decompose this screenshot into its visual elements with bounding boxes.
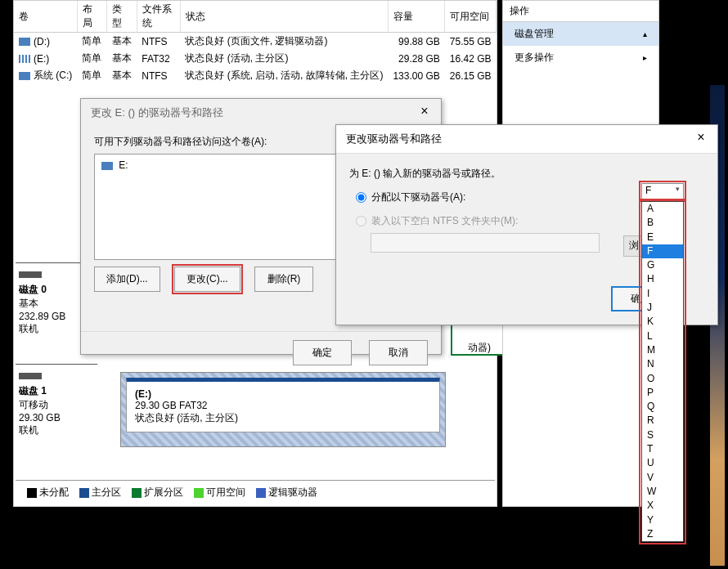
drive-icon	[19, 38, 30, 46]
legend-logical-icon	[256, 488, 266, 498]
dropdown-option[interactable]: S	[642, 428, 683, 442]
disk-1-state: 联机	[19, 424, 38, 436]
dropdown-option[interactable]: U	[642, 456, 683, 470]
volumes-table[interactable]: 卷 布局 类型 文件系统 状态 容量 可用空间 (D:)简单基本NTFS状态良好…	[14, 1, 497, 84]
col-layout[interactable]: 布局	[77, 1, 106, 33]
dropdown-option[interactable]: Y	[642, 513, 683, 527]
dropdown-option[interactable]: X	[642, 499, 683, 513]
dropdown-option[interactable]: F	[642, 244, 683, 258]
dialog-title: 更改驱动器号和路径	[336, 125, 717, 154]
legend-primary-icon	[79, 488, 89, 498]
table-row[interactable]: (D:)简单基本NTFS状态良好 (页面文件, 逻辑驱动器)99.88 GB75…	[14, 33, 497, 51]
legend-extended-icon	[132, 488, 142, 498]
submenu-arrow-icon: ▸	[643, 53, 647, 62]
dialog-title: 更改 E: () 的驱动器号和路径	[81, 99, 441, 127]
partition-e[interactable]: (E:) 29.30 GB FAT32 状态良好 (活动, 主分区)	[120, 372, 446, 447]
col-fs[interactable]: 文件系统	[137, 1, 180, 33]
action-more[interactable]: 更多操作 ▸	[503, 46, 658, 69]
drive-icon	[19, 72, 30, 80]
legend: 未分配 主分区 扩展分区 可用空间 逻辑驱动器	[16, 480, 495, 504]
disk-1-title: 磁盘 1	[19, 385, 47, 397]
action-disk-management[interactable]: 磁盘管理 ▴	[503, 22, 658, 46]
dropdown-option[interactable]: I	[642, 287, 683, 301]
disk-0-size: 232.89 GB	[19, 311, 65, 322]
disk-icon	[19, 271, 42, 278]
drive-letter-dropdown[interactable]: ABEFGHIJKLMNOPQRSTUVWXYZ	[641, 201, 684, 542]
dropdown-option[interactable]: N	[642, 357, 683, 371]
partition-e-size: 29.30 GB FAT32	[135, 400, 208, 411]
actions-header: 操作	[503, 1, 658, 22]
dropdown-option[interactable]: V	[642, 471, 683, 485]
drive-icon	[101, 162, 113, 170]
disk-0-title: 磁盘 0	[19, 284, 47, 295]
drive-icon	[19, 55, 30, 63]
dropdown-option[interactable]: H	[642, 272, 683, 286]
legend-unallocated-icon	[27, 488, 37, 498]
disk-1-type: 可移动	[19, 399, 48, 410]
remove-button[interactable]: 删除(R)	[254, 267, 313, 292]
disk-0-state: 联机	[19, 323, 38, 334]
folder-path-input	[371, 233, 600, 253]
dropdown-option[interactable]: L	[642, 329, 683, 343]
drive-letter-combo[interactable]: F ▾	[641, 183, 684, 199]
dialog-prompt: 为 E: () 输入新的驱动器号或路径。	[349, 162, 704, 186]
dropdown-option[interactable]: E	[642, 231, 683, 244]
table-row[interactable]: (E:)简单基本FAT32状态良好 (活动, 主分区)29.28 GB16.42…	[14, 50, 497, 67]
col-capacity[interactable]: 容量	[388, 1, 444, 33]
collapse-arrow-icon: ▴	[643, 29, 647, 38]
disk-0-type: 基本	[19, 298, 38, 309]
dropdown-option[interactable]: Q	[642, 400, 683, 414]
dropdown-option[interactable]: A	[642, 202, 683, 216]
dropdown-option[interactable]: P	[642, 386, 683, 400]
table-row[interactable]: 系统 (C:)简单基本NTFS状态良好 (系统, 启动, 活动, 故障转储, 主…	[14, 67, 497, 84]
disk-1-header[interactable]: 磁盘 1 可移动 29.30 GB 联机	[16, 364, 97, 454]
ok-button[interactable]: 确定	[293, 340, 352, 365]
chevron-down-icon: ▾	[676, 185, 680, 193]
close-icon[interactable]: ×	[690, 130, 712, 145]
disk-1-size: 29.30 GB	[19, 412, 61, 423]
add-button[interactable]: 添加(D)...	[94, 267, 160, 292]
dropdown-option[interactable]: J	[642, 301, 683, 315]
partition-e-status: 状态良好 (活动, 主分区)	[135, 412, 238, 423]
dropdown-option[interactable]: T	[642, 442, 683, 456]
change-button[interactable]: 更改(C)...	[174, 267, 240, 292]
dropdown-option[interactable]: R	[642, 414, 683, 428]
cancel-button[interactable]: 取消	[369, 340, 428, 365]
dropdown-option[interactable]: G	[642, 258, 683, 272]
col-status[interactable]: 状态	[180, 1, 388, 33]
col-volume[interactable]: 卷	[14, 1, 77, 33]
dropdown-option[interactable]: Z	[642, 527, 683, 541]
dropdown-option[interactable]: W	[642, 485, 683, 499]
dropdown-option[interactable]: M	[642, 343, 683, 357]
disk-icon	[19, 373, 42, 379]
legend-free-icon	[194, 488, 204, 498]
partition-e-name: (E:)	[135, 388, 151, 400]
dropdown-option[interactable]: O	[642, 372, 683, 386]
dropdown-option[interactable]: K	[642, 315, 683, 329]
col-free[interactable]: 可用空间	[445, 1, 497, 33]
dropdown-option[interactable]: B	[642, 216, 683, 230]
col-type[interactable]: 类型	[107, 1, 137, 33]
close-icon[interactable]: ×	[413, 104, 436, 119]
